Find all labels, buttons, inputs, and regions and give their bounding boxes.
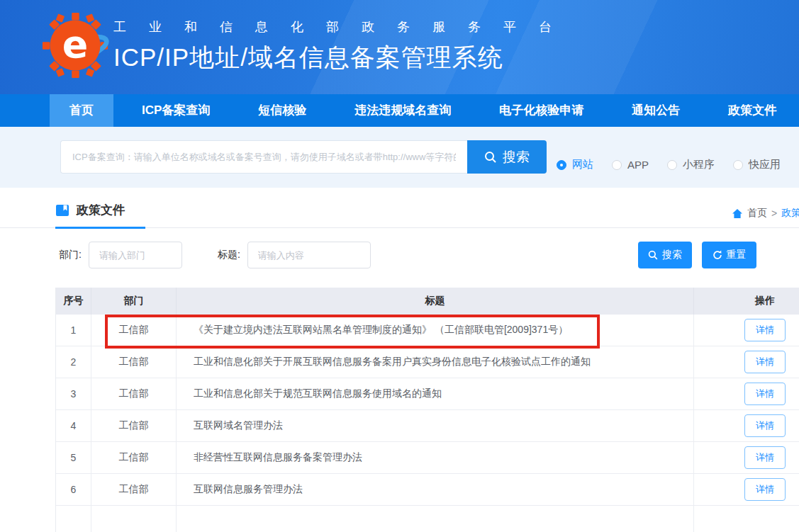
row-title: 《关于建立境内违法互联网站黑名单管理制度的通知》 （工信部联电管[2009]37… — [177, 315, 694, 346]
main-content: 政策文件 首页 > 政策文件 部门: 标题: 搜索 重置 — [0, 188, 799, 532]
filter-search-button[interactable]: 搜索 — [638, 242, 692, 268]
row-dept: 工信部 — [91, 315, 177, 346]
table-row: 6 工信部 互联网信息服务管理办法 详情 — [56, 474, 799, 506]
filter-reset-label: 重置 — [727, 249, 747, 261]
row-dept: 工信部 — [91, 410, 177, 441]
detail-button[interactable]: 详情 — [744, 319, 786, 341]
search-icon — [484, 151, 497, 164]
search-type-radio[interactable]: APP — [612, 159, 649, 171]
row-title: 互联网域名管理办法 — [177, 410, 694, 441]
search-type-radio[interactable]: 网站 — [557, 158, 593, 171]
table-body: 1 工信部 《关于建立境内违法互联网站黑名单管理制度的通知》 （工信部联电管[2… — [56, 315, 799, 506]
radio-dot-icon — [667, 160, 677, 170]
radio-label: 小程序 — [683, 158, 715, 171]
empty-cell — [694, 506, 799, 532]
row-title: 工业和信息化部关于开展互联网信息服务备案用户真实身份信息电子化核验试点工作的通知 — [177, 346, 694, 378]
nav-item[interactable]: ICP备案查询 — [122, 94, 230, 127]
table-header-row: 序号 部门 标题 操作 — [56, 288, 799, 315]
title-filter-input[interactable] — [247, 242, 371, 268]
row-dept: 工信部 — [91, 378, 177, 409]
row-title: 互联网信息服务管理办法 — [177, 474, 694, 505]
row-number: 3 — [56, 378, 91, 409]
tab-policy-files[interactable]: 政策文件 — [55, 202, 125, 228]
detail-button[interactable]: 详情 — [744, 446, 786, 469]
system-title: ICP/IP地址/域名信息备案管理系统 — [113, 41, 574, 74]
col-header-dept: 部门 — [91, 288, 177, 315]
row-dept: 工信部 — [91, 346, 177, 378]
active-tab-underline — [55, 227, 145, 229]
icp-search-input[interactable] — [60, 140, 467, 174]
title-filter-label: 标题: — [218, 249, 240, 261]
miit-gear-logo-icon: e — [41, 11, 109, 79]
empty-cell — [91, 506, 177, 532]
search-type-radio[interactable]: 小程序 — [667, 158, 715, 171]
nav-item[interactable]: 政策文件 — [708, 94, 796, 127]
filter-row: 部门: 标题: 搜索 重置 — [59, 242, 799, 268]
table-row: 2 工信部 工业和信息化部关于开展互联网信息服务备案用户真实身份信息电子化核验试… — [56, 346, 799, 378]
nav-item[interactable]: 短信核验 — [238, 94, 326, 127]
row-number: 5 — [56, 442, 91, 473]
radio-label: 网站 — [572, 158, 593, 171]
breadcrumb: 首页 > 政策文件 — [732, 207, 799, 220]
policy-table: 序号 部门 标题 操作 1 工信部 《关于建立境内违法互联网站黑名单管理制度的通… — [55, 288, 799, 532]
refresh-icon — [713, 250, 722, 260]
radio-dot-icon — [612, 160, 622, 170]
detail-button[interactable]: 详情 — [744, 414, 786, 437]
table-row: 4 工信部 互联网域名管理办法 详情 — [56, 410, 799, 442]
table-row: 1 工信部 《关于建立境内违法互联网站黑名单管理制度的通知》 （工信部联电管[2… — [56, 315, 799, 346]
row-title: 工业和信息化部关于规范互联网信息服务使用域名的通知 — [177, 378, 694, 409]
nav-item[interactable]: 通知公告 — [612, 94, 700, 127]
icp-search-strip: 搜索 网站 APP 小程序 快应用 — [0, 127, 799, 188]
main-nav: 首页ICP备案查询短信核验违法违规域名查询电子化核验申请通知公告政策文件 — [0, 94, 799, 127]
page-header: e 工业和信息化部政务服务平台 ICP/IP地址/域名信息备案管理系统 — [0, 0, 799, 94]
section-tabs: 政策文件 首页 > 政策文件 — [0, 188, 799, 228]
table-row: 5 工信部 非经营性互联网信息服务备案管理办法 详情 — [56, 442, 799, 474]
radio-label: 快应用 — [749, 158, 781, 171]
empty-cell — [56, 506, 91, 532]
row-dept: 工信部 — [91, 442, 177, 473]
nav-item[interactable]: 电子化核验申请 — [479, 94, 603, 127]
search-icon — [648, 250, 658, 260]
breadcrumb-current: 政策文件 — [781, 207, 799, 220]
table-empty-row — [56, 506, 799, 532]
home-icon — [732, 208, 743, 219]
nav-item[interactable]: 首页 — [50, 94, 113, 127]
detail-button[interactable]: 详情 — [744, 478, 786, 501]
table-row: 3 工信部 工业和信息化部关于规范互联网信息服务使用域名的通知 详情 — [56, 378, 799, 410]
svg-text:e: e — [62, 22, 88, 67]
col-header-title: 标题 — [177, 288, 694, 315]
col-header-no: 序号 — [56, 288, 91, 315]
breadcrumb-separator: > — [771, 208, 777, 219]
dept-filter-input[interactable] — [89, 242, 182, 268]
row-number: 1 — [56, 315, 91, 346]
filter-reset-button[interactable]: 重置 — [702, 242, 756, 268]
breadcrumb-home[interactable]: 首页 — [747, 207, 767, 220]
row-title: 非经营性互联网信息服务备案管理办法 — [177, 442, 694, 473]
row-number: 2 — [56, 346, 91, 378]
row-number: 4 — [56, 410, 91, 441]
radio-dot-icon — [557, 160, 566, 170]
col-header-op: 操作 — [694, 288, 799, 315]
empty-cell — [177, 506, 694, 532]
detail-button[interactable]: 详情 — [744, 383, 786, 405]
dept-filter-label: 部门: — [59, 249, 82, 261]
radio-label: APP — [627, 159, 649, 171]
icp-search-button[interactable]: 搜索 — [467, 140, 547, 174]
icp-search-button-label: 搜索 — [503, 148, 530, 166]
section-title: 政策文件 — [77, 202, 125, 218]
radio-dot-icon — [733, 160, 743, 170]
nav-item[interactable]: 违法违规域名查询 — [335, 94, 471, 127]
search-type-radio-group: 网站 APP 小程序 快应用 — [557, 158, 799, 171]
book-icon — [55, 204, 69, 217]
detail-button[interactable]: 详情 — [744, 351, 786, 373]
platform-title: 工业和信息化部政务服务平台 — [113, 18, 574, 35]
row-dept: 工信部 — [91, 474, 177, 505]
row-number: 6 — [56, 474, 91, 505]
filter-search-label: 搜索 — [662, 249, 682, 261]
search-type-radio[interactable]: 快应用 — [733, 158, 781, 171]
